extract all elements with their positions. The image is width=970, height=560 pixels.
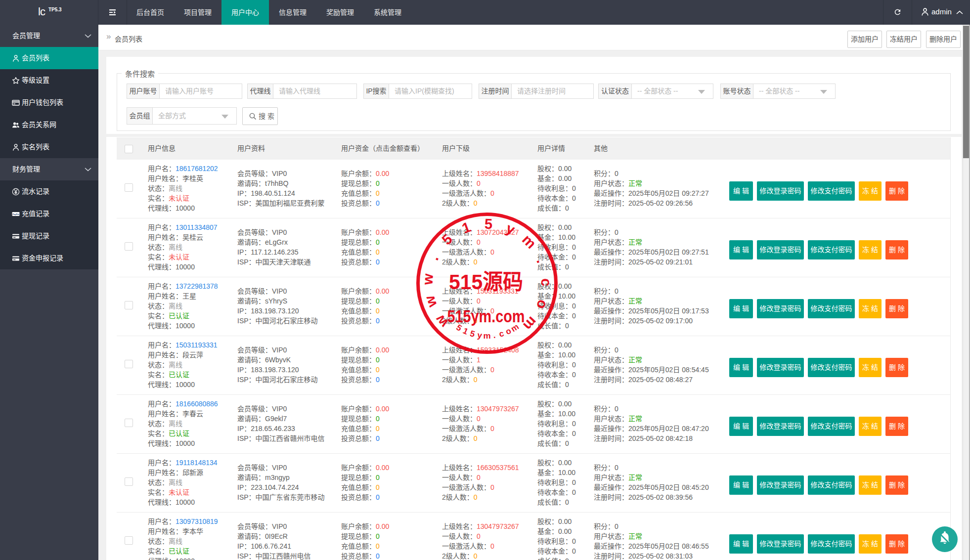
- svg-text:w: w: [421, 294, 440, 310]
- svg-text:w: w: [419, 273, 436, 286]
- svg-text:1: 1: [460, 219, 473, 237]
- svg-text:.: .: [492, 331, 496, 340]
- svg-text:515源码: 515源码: [449, 270, 523, 294]
- svg-text:1: 1: [461, 326, 469, 337]
- svg-text:c: c: [538, 278, 554, 287]
- svg-text:y: y: [504, 220, 518, 238]
- svg-text:y: y: [477, 330, 483, 340]
- svg-text:5: 5: [439, 231, 455, 248]
- svg-text:5: 5: [469, 329, 476, 339]
- svg-text:m: m: [483, 331, 490, 341]
- svg-text:.: .: [426, 252, 441, 262]
- svg-text:5: 5: [485, 216, 493, 232]
- svg-text:c: c: [498, 329, 505, 339]
- svg-text:515ym.com: 515ym.com: [447, 306, 525, 326]
- svg-text:o: o: [533, 298, 551, 311]
- svg-text:.: .: [533, 256, 550, 265]
- svg-text:PayPal: PayPal: [12, 213, 19, 215]
